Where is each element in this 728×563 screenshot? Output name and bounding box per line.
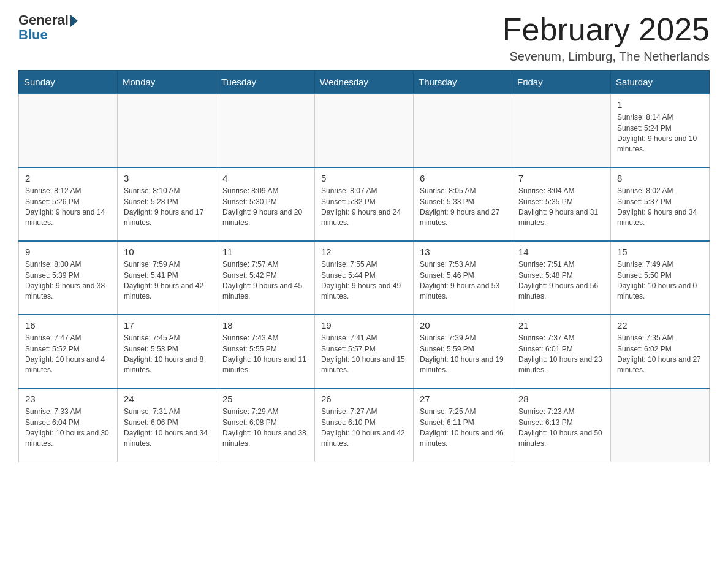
calendar-table: SundayMondayTuesdayWednesdayThursdayFrid… bbox=[18, 70, 710, 462]
day-info: Sunrise: 7:25 AMSunset: 6:11 PMDaylight:… bbox=[420, 407, 506, 450]
day-number: 26 bbox=[321, 394, 407, 404]
calendar-cell: 26Sunrise: 7:27 AMSunset: 6:10 PMDayligh… bbox=[315, 388, 414, 462]
day-number: 11 bbox=[222, 247, 308, 257]
calendar-cell bbox=[216, 94, 315, 167]
weekday-header-tuesday: Tuesday bbox=[216, 71, 315, 94]
day-number: 6 bbox=[420, 173, 506, 183]
calendar-header-row: SundayMondayTuesdayWednesdayThursdayFrid… bbox=[19, 71, 710, 94]
calendar-cell bbox=[611, 388, 710, 462]
day-number: 1 bbox=[617, 99, 703, 110]
day-info: Sunrise: 8:12 AMSunset: 5:26 PMDaylight:… bbox=[25, 186, 111, 229]
day-number: 19 bbox=[321, 320, 407, 331]
weekday-header-saturday: Saturday bbox=[611, 71, 710, 94]
logo-general-text: General bbox=[18, 12, 69, 28]
day-number: 16 bbox=[25, 320, 111, 331]
calendar-cell bbox=[19, 94, 118, 167]
day-number: 8 bbox=[617, 173, 703, 183]
day-number: 3 bbox=[124, 173, 210, 183]
calendar-cell: 10Sunrise: 7:59 AMSunset: 5:41 PMDayligh… bbox=[118, 241, 216, 315]
weekday-header-sunday: Sunday bbox=[19, 71, 118, 94]
calendar-week-row: 1Sunrise: 8:14 AMSunset: 5:24 PMDaylight… bbox=[19, 94, 710, 167]
day-info: Sunrise: 8:10 AMSunset: 5:28 PMDaylight:… bbox=[124, 186, 210, 229]
calendar-cell: 25Sunrise: 7:29 AMSunset: 6:08 PMDayligh… bbox=[216, 388, 315, 462]
day-info: Sunrise: 8:14 AMSunset: 5:24 PMDaylight:… bbox=[617, 112, 703, 155]
weekday-header-friday: Friday bbox=[512, 71, 611, 94]
calendar-week-row: 16Sunrise: 7:47 AMSunset: 5:52 PMDayligh… bbox=[19, 315, 710, 388]
calendar-cell: 7Sunrise: 8:04 AMSunset: 5:35 PMDaylight… bbox=[512, 167, 611, 241]
day-number: 28 bbox=[518, 394, 604, 404]
calendar-cell: 5Sunrise: 8:07 AMSunset: 5:32 PMDaylight… bbox=[315, 167, 414, 241]
day-info: Sunrise: 7:45 AMSunset: 5:53 PMDaylight:… bbox=[124, 333, 210, 376]
day-info: Sunrise: 7:51 AMSunset: 5:48 PMDaylight:… bbox=[518, 259, 604, 302]
logo: General Blue bbox=[18, 12, 78, 43]
calendar-cell: 13Sunrise: 7:53 AMSunset: 5:46 PMDayligh… bbox=[414, 241, 512, 315]
day-info: Sunrise: 7:41 AMSunset: 5:57 PMDaylight:… bbox=[321, 333, 407, 376]
calendar-week-row: 23Sunrise: 7:33 AMSunset: 6:04 PMDayligh… bbox=[19, 388, 710, 462]
day-number: 13 bbox=[420, 247, 506, 257]
day-number: 5 bbox=[321, 173, 407, 183]
calendar-cell: 28Sunrise: 7:23 AMSunset: 6:13 PMDayligh… bbox=[512, 388, 611, 462]
day-number: 25 bbox=[222, 394, 308, 404]
calendar-cell: 9Sunrise: 8:00 AMSunset: 5:39 PMDaylight… bbox=[19, 241, 118, 315]
day-number: 7 bbox=[518, 173, 604, 183]
page-header: General Blue February 2025 Sevenum, Limb… bbox=[18, 12, 710, 64]
day-number: 14 bbox=[518, 247, 604, 257]
calendar-cell: 12Sunrise: 7:55 AMSunset: 5:44 PMDayligh… bbox=[315, 241, 414, 315]
day-number: 15 bbox=[617, 247, 703, 257]
calendar-cell: 15Sunrise: 7:49 AMSunset: 5:50 PMDayligh… bbox=[611, 241, 710, 315]
day-number: 10 bbox=[124, 247, 210, 257]
day-info: Sunrise: 7:49 AMSunset: 5:50 PMDaylight:… bbox=[617, 259, 703, 302]
calendar-cell: 20Sunrise: 7:39 AMSunset: 5:59 PMDayligh… bbox=[414, 315, 512, 388]
calendar-cell: 11Sunrise: 7:57 AMSunset: 5:42 PMDayligh… bbox=[216, 241, 315, 315]
day-number: 18 bbox=[222, 320, 308, 331]
day-info: Sunrise: 7:57 AMSunset: 5:42 PMDaylight:… bbox=[222, 259, 308, 302]
day-info: Sunrise: 8:04 AMSunset: 5:35 PMDaylight:… bbox=[518, 186, 604, 229]
day-info: Sunrise: 7:31 AMSunset: 6:06 PMDaylight:… bbox=[124, 407, 210, 450]
calendar-cell bbox=[118, 94, 216, 167]
day-info: Sunrise: 7:23 AMSunset: 6:13 PMDaylight:… bbox=[518, 407, 604, 450]
day-info: Sunrise: 8:07 AMSunset: 5:32 PMDaylight:… bbox=[321, 186, 407, 229]
day-info: Sunrise: 7:35 AMSunset: 6:02 PMDaylight:… bbox=[617, 333, 703, 376]
location-subtitle: Sevenum, Limburg, The Netherlands bbox=[502, 50, 710, 64]
weekday-header-thursday: Thursday bbox=[414, 71, 512, 94]
calendar-cell bbox=[315, 94, 414, 167]
calendar-cell: 3Sunrise: 8:10 AMSunset: 5:28 PMDaylight… bbox=[118, 167, 216, 241]
day-number: 9 bbox=[25, 247, 111, 257]
calendar-cell: 19Sunrise: 7:41 AMSunset: 5:57 PMDayligh… bbox=[315, 315, 414, 388]
day-info: Sunrise: 7:59 AMSunset: 5:41 PMDaylight:… bbox=[124, 259, 210, 302]
day-info: Sunrise: 7:47 AMSunset: 5:52 PMDaylight:… bbox=[25, 333, 111, 376]
day-info: Sunrise: 7:29 AMSunset: 6:08 PMDaylight:… bbox=[222, 407, 308, 450]
weekday-header-wednesday: Wednesday bbox=[315, 71, 414, 94]
day-number: 24 bbox=[124, 394, 210, 404]
day-info: Sunrise: 7:37 AMSunset: 6:01 PMDaylight:… bbox=[518, 333, 604, 376]
weekday-header-monday: Monday bbox=[118, 71, 216, 94]
calendar-cell: 23Sunrise: 7:33 AMSunset: 6:04 PMDayligh… bbox=[19, 388, 118, 462]
day-info: Sunrise: 8:00 AMSunset: 5:39 PMDaylight:… bbox=[25, 259, 111, 302]
calendar-cell: 6Sunrise: 8:05 AMSunset: 5:33 PMDaylight… bbox=[414, 167, 512, 241]
calendar-cell: 16Sunrise: 7:47 AMSunset: 5:52 PMDayligh… bbox=[19, 315, 118, 388]
calendar-cell: 18Sunrise: 7:43 AMSunset: 5:55 PMDayligh… bbox=[216, 315, 315, 388]
calendar-cell: 17Sunrise: 7:45 AMSunset: 5:53 PMDayligh… bbox=[118, 315, 216, 388]
day-info: Sunrise: 7:43 AMSunset: 5:55 PMDaylight:… bbox=[222, 333, 308, 376]
day-number: 27 bbox=[420, 394, 506, 404]
day-number: 4 bbox=[222, 173, 308, 183]
day-info: Sunrise: 7:53 AMSunset: 5:46 PMDaylight:… bbox=[420, 259, 506, 302]
day-number: 23 bbox=[25, 394, 111, 404]
logo-blue-text: Blue bbox=[18, 27, 48, 43]
calendar-cell: 27Sunrise: 7:25 AMSunset: 6:11 PMDayligh… bbox=[414, 388, 512, 462]
calendar-cell: 8Sunrise: 8:02 AMSunset: 5:37 PMDaylight… bbox=[611, 167, 710, 241]
day-number: 12 bbox=[321, 247, 407, 257]
calendar-cell: 1Sunrise: 8:14 AMSunset: 5:24 PMDaylight… bbox=[611, 94, 710, 167]
calendar-cell: 24Sunrise: 7:31 AMSunset: 6:06 PMDayligh… bbox=[118, 388, 216, 462]
day-number: 2 bbox=[25, 173, 111, 183]
calendar-cell: 14Sunrise: 7:51 AMSunset: 5:48 PMDayligh… bbox=[512, 241, 611, 315]
day-number: 20 bbox=[420, 320, 506, 331]
day-number: 21 bbox=[518, 320, 604, 331]
calendar-cell bbox=[512, 94, 611, 167]
day-info: Sunrise: 7:27 AMSunset: 6:10 PMDaylight:… bbox=[321, 407, 407, 450]
day-info: Sunrise: 8:02 AMSunset: 5:37 PMDaylight:… bbox=[617, 186, 703, 229]
month-title: February 2025 bbox=[502, 12, 710, 47]
day-info: Sunrise: 7:33 AMSunset: 6:04 PMDaylight:… bbox=[25, 407, 111, 450]
day-info: Sunrise: 8:05 AMSunset: 5:33 PMDaylight:… bbox=[420, 186, 506, 229]
calendar-week-row: 9Sunrise: 8:00 AMSunset: 5:39 PMDaylight… bbox=[19, 241, 710, 315]
